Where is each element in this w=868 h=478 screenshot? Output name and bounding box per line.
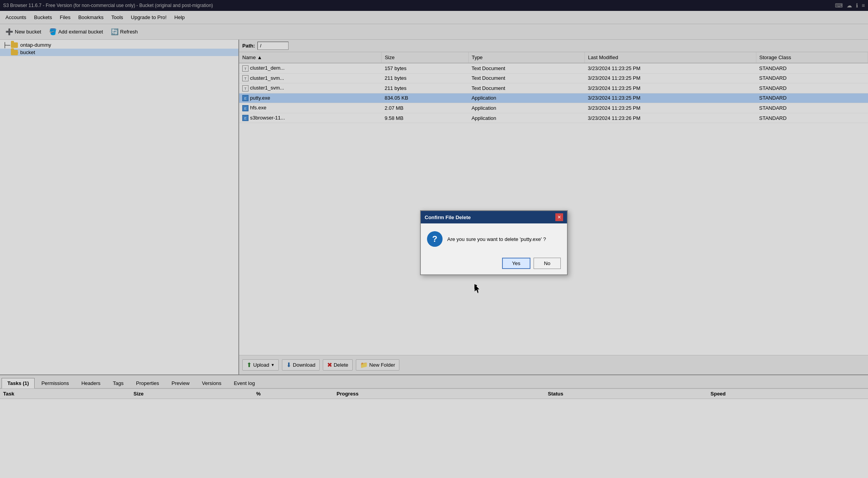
confirm-delete-dialog: Confirm File Delete ✕ ? Are you sure you…	[420, 210, 568, 275]
dialog-message: Are you sure you want to delete 'putty.e…	[447, 236, 546, 242]
dialog-question-icon: ?	[427, 231, 443, 247]
dialog-title: Confirm File Delete	[425, 214, 471, 220]
dialog-title-bar: Confirm File Delete ✕	[421, 211, 567, 223]
dialog-yes-button[interactable]: Yes	[502, 258, 530, 269]
dialog-body: ? Are you sure you want to delete 'putty…	[421, 223, 567, 255]
dialog-buttons: Yes No	[421, 255, 567, 274]
dialog-no-button[interactable]: No	[534, 258, 561, 269]
dialog-close-button[interactable]: ✕	[555, 213, 563, 221]
